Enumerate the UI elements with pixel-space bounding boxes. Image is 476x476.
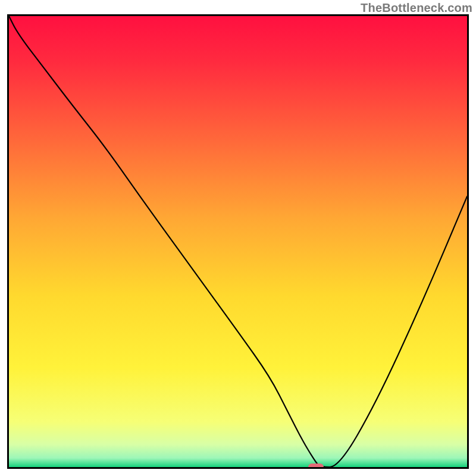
bottleneck-curve-path	[9, 16, 467, 467]
optimal-point-marker	[308, 464, 324, 469]
chart-frame	[7, 14, 469, 469]
watermark-text: TheBottleneck.com	[361, 1, 472, 15]
curve-svg	[9, 16, 467, 467]
